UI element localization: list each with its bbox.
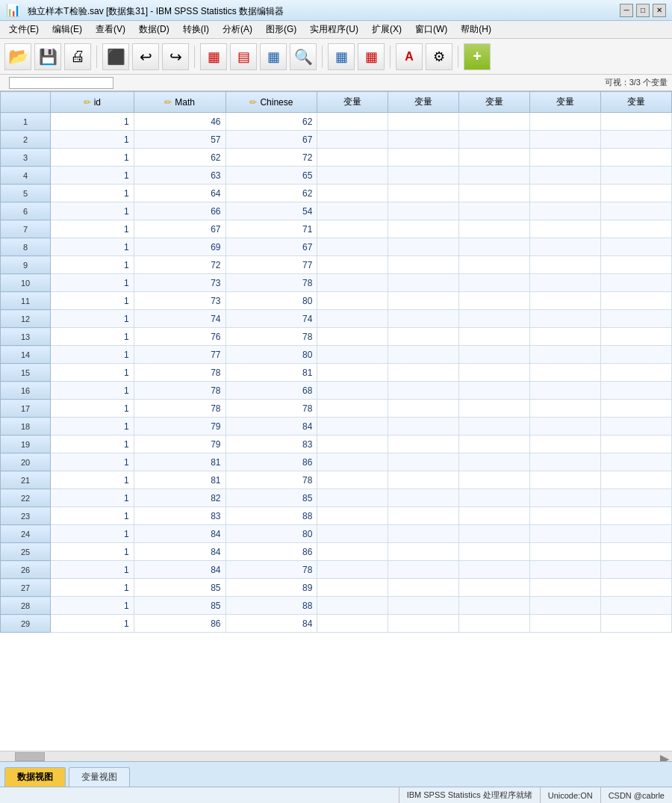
cell-var3-10[interactable] (459, 274, 530, 292)
cell-chinese-9[interactable]: 77 (225, 256, 317, 274)
cell-var3-9[interactable] (459, 256, 530, 274)
cell-var3-12[interactable] (459, 310, 530, 328)
cell-id-17[interactable]: 1 (51, 400, 134, 418)
cell-var2-25[interactable] (388, 543, 459, 561)
cell-var1-22[interactable] (317, 489, 388, 507)
cell-var4-15[interactable] (530, 364, 601, 382)
cell-math-2[interactable]: 57 (134, 131, 225, 149)
cell-var4-3[interactable] (530, 149, 601, 167)
insert-var-button[interactable]: ▤ (230, 43, 257, 70)
grid-scroll[interactable]: ✏ id ✏ Math ✏ Chinese (0, 91, 672, 751)
cell-var1-17[interactable] (317, 400, 388, 418)
cell-var1-20[interactable] (317, 453, 388, 471)
cell-var4-16[interactable] (530, 382, 601, 400)
cell-var4-2[interactable] (530, 131, 601, 149)
cell-var2-12[interactable] (388, 310, 459, 328)
cell-var1-29[interactable] (317, 615, 388, 633)
cell-var5-17[interactable] (601, 400, 672, 418)
cell-var4-13[interactable] (530, 328, 601, 346)
cell-id-23[interactable]: 1 (51, 507, 134, 525)
cell-var5-24[interactable] (601, 525, 672, 543)
cell-var1-10[interactable] (317, 274, 388, 292)
grid-button[interactable]: ▦ (358, 43, 385, 70)
cell-chinese-10[interactable]: 78 (225, 274, 317, 292)
cell-chinese-2[interactable]: 67 (225, 131, 317, 149)
cell-var2-23[interactable] (388, 507, 459, 525)
cell-var1-8[interactable] (317, 238, 388, 256)
cell-var5-1[interactable] (601, 113, 672, 131)
cell-var2-5[interactable] (388, 185, 459, 202)
col-header-var5[interactable]: 变量 (601, 92, 672, 113)
cell-math-14[interactable]: 77 (134, 346, 225, 364)
cell-var3-3[interactable] (459, 149, 530, 167)
cell-var5-25[interactable] (601, 543, 672, 561)
cell-math-8[interactable]: 69 (134, 238, 225, 256)
cell-var4-22[interactable] (530, 489, 601, 507)
cell-var3-22[interactable] (459, 489, 530, 507)
cell-var5-5[interactable] (601, 185, 672, 202)
cell-var4-6[interactable] (530, 202, 601, 220)
cell-math-19[interactable]: 79 (134, 435, 225, 453)
cell-var5-22[interactable] (601, 489, 672, 507)
recall-dialog-button[interactable]: ⬛ (102, 43, 129, 70)
font-button[interactable]: A (396, 43, 423, 70)
horizontal-scrollbar[interactable]: ▶ (0, 751, 672, 761)
cell-var5-2[interactable] (601, 131, 672, 149)
cell-var5-9[interactable] (601, 256, 672, 274)
cell-id-24[interactable]: 1 (51, 525, 134, 543)
cell-chinese-29[interactable]: 84 (225, 615, 317, 633)
cell-id-9[interactable]: 1 (51, 256, 134, 274)
cell-var4-25[interactable] (530, 543, 601, 561)
cell-var5-18[interactable] (601, 418, 672, 435)
cell-var2-7[interactable] (388, 220, 459, 238)
cell-var3-28[interactable] (459, 597, 530, 615)
cell-var2-1[interactable] (388, 113, 459, 131)
cell-var5-10[interactable] (601, 274, 672, 292)
cell-var4-28[interactable] (530, 597, 601, 615)
cell-chinese-19[interactable]: 83 (225, 435, 317, 453)
cell-id-10[interactable]: 1 (51, 274, 134, 292)
cell-math-17[interactable]: 78 (134, 400, 225, 418)
cell-var2-11[interactable] (388, 292, 459, 310)
close-button[interactable]: ✕ (653, 4, 666, 17)
cell-var4-20[interactable] (530, 453, 601, 471)
cell-var5-12[interactable] (601, 310, 672, 328)
cell-var3-6[interactable] (459, 202, 530, 220)
cell-id-5[interactable]: 1 (51, 185, 134, 202)
cell-var2-18[interactable] (388, 418, 459, 435)
cell-var2-29[interactable] (388, 615, 459, 633)
cell-chinese-20[interactable]: 86 (225, 453, 317, 471)
cell-var1-4[interactable] (317, 167, 388, 185)
redo-button[interactable]: ↪ (162, 43, 189, 70)
cell-var2-24[interactable] (388, 525, 459, 543)
cell-var4-12[interactable] (530, 310, 601, 328)
cell-chinese-17[interactable]: 78 (225, 400, 317, 418)
cell-var3-11[interactable] (459, 292, 530, 310)
cell-var4-17[interactable] (530, 400, 601, 418)
cell-id-25[interactable]: 1 (51, 543, 134, 561)
plus-button[interactable]: + (464, 43, 491, 70)
cell-var4-1[interactable] (530, 113, 601, 131)
cell-chinese-11[interactable]: 80 (225, 292, 317, 310)
cell-math-12[interactable]: 74 (134, 310, 225, 328)
cell-var2-14[interactable] (388, 346, 459, 364)
menu-file[interactable]: 文件(E) (3, 22, 45, 37)
cell-var2-21[interactable] (388, 471, 459, 489)
cell-id-29[interactable]: 1 (51, 615, 134, 633)
cell-var1-1[interactable] (317, 113, 388, 131)
cell-chinese-7[interactable]: 71 (225, 220, 317, 238)
cell-var1-2[interactable] (317, 131, 388, 149)
cell-var3-16[interactable] (459, 382, 530, 400)
cell-math-23[interactable]: 83 (134, 507, 225, 525)
cell-var4-24[interactable] (530, 525, 601, 543)
cell-var3-27[interactable] (459, 579, 530, 597)
cell-math-22[interactable]: 82 (134, 489, 225, 507)
cell-math-29[interactable]: 86 (134, 615, 225, 633)
maximize-button[interactable]: □ (636, 4, 650, 17)
cell-var2-16[interactable] (388, 382, 459, 400)
cell-var3-20[interactable] (459, 453, 530, 471)
cell-chinese-5[interactable]: 62 (225, 185, 317, 202)
cell-var1-21[interactable] (317, 471, 388, 489)
cell-var3-5[interactable] (459, 185, 530, 202)
cell-chinese-28[interactable]: 88 (225, 597, 317, 615)
